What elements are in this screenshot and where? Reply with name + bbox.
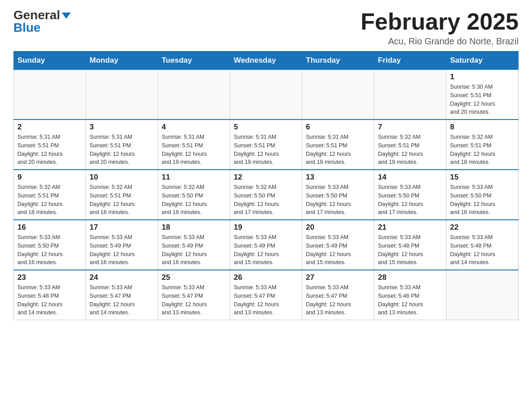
calendar-cell: 27Sunrise: 5:33 AM Sunset: 5:47 PM Dayli… bbox=[302, 270, 374, 320]
calendar-cell: 21Sunrise: 5:33 AM Sunset: 5:48 PM Dayli… bbox=[374, 220, 446, 270]
day-info: Sunrise: 5:31 AM Sunset: 5:51 PM Dayligh… bbox=[162, 133, 226, 167]
day-info: Sunrise: 5:33 AM Sunset: 5:47 PM Dayligh… bbox=[162, 283, 226, 317]
week-row-5: 23Sunrise: 5:33 AM Sunset: 5:48 PM Dayli… bbox=[14, 270, 519, 320]
title-section: February 2025 Acu, Rio Grande do Norte, … bbox=[360, 9, 519, 47]
calendar-header-friday: Friday bbox=[374, 51, 446, 70]
day-number: 13 bbox=[306, 173, 370, 182]
day-number: 2 bbox=[17, 123, 82, 132]
day-info: Sunrise: 5:33 AM Sunset: 5:50 PM Dayligh… bbox=[450, 183, 515, 217]
day-info: Sunrise: 5:33 AM Sunset: 5:49 PM Dayligh… bbox=[162, 233, 226, 267]
calendar-cell: 25Sunrise: 5:33 AM Sunset: 5:47 PM Dayli… bbox=[158, 270, 230, 320]
day-number: 28 bbox=[378, 273, 442, 282]
calendar-cell: 10Sunrise: 5:32 AM Sunset: 5:51 PM Dayli… bbox=[86, 170, 158, 220]
calendar-cell: 9Sunrise: 5:32 AM Sunset: 5:51 PM Daylig… bbox=[14, 170, 86, 220]
day-number: 3 bbox=[90, 123, 154, 132]
calendar-cell: 4Sunrise: 5:31 AM Sunset: 5:51 PM Daylig… bbox=[158, 120, 230, 170]
calendar-cell: 19Sunrise: 5:33 AM Sunset: 5:49 PM Dayli… bbox=[230, 220, 302, 270]
calendar-cell: 6Sunrise: 5:31 AM Sunset: 5:51 PM Daylig… bbox=[302, 120, 374, 170]
calendar-cell bbox=[446, 270, 519, 320]
day-number: 10 bbox=[90, 173, 154, 182]
day-info: Sunrise: 5:33 AM Sunset: 5:47 PM Dayligh… bbox=[234, 283, 298, 317]
day-number: 17 bbox=[90, 223, 154, 232]
calendar-cell: 26Sunrise: 5:33 AM Sunset: 5:47 PM Dayli… bbox=[230, 270, 302, 320]
day-info: Sunrise: 5:32 AM Sunset: 5:51 PM Dayligh… bbox=[17, 183, 82, 217]
day-info: Sunrise: 5:33 AM Sunset: 5:47 PM Dayligh… bbox=[306, 283, 370, 317]
logo-triangle-icon bbox=[62, 13, 71, 19]
day-info: Sunrise: 5:31 AM Sunset: 5:51 PM Dayligh… bbox=[17, 133, 82, 167]
day-number: 26 bbox=[234, 273, 298, 282]
day-number: 25 bbox=[162, 273, 226, 282]
day-info: Sunrise: 5:33 AM Sunset: 5:49 PM Dayligh… bbox=[234, 233, 298, 267]
day-info: Sunrise: 5:31 AM Sunset: 5:51 PM Dayligh… bbox=[90, 133, 154, 167]
day-info: Sunrise: 5:33 AM Sunset: 5:48 PM Dayligh… bbox=[17, 283, 82, 317]
calendar-table: SundayMondayTuesdayWednesdayThursdayFrid… bbox=[13, 51, 519, 320]
day-info: Sunrise: 5:33 AM Sunset: 5:47 PM Dayligh… bbox=[90, 283, 154, 317]
calendar-header-thursday: Thursday bbox=[302, 51, 374, 70]
day-info: Sunrise: 5:33 AM Sunset: 5:50 PM Dayligh… bbox=[378, 183, 442, 217]
day-info: Sunrise: 5:33 AM Sunset: 5:48 PM Dayligh… bbox=[450, 233, 515, 267]
calendar-cell bbox=[230, 70, 302, 120]
day-info: Sunrise: 5:32 AM Sunset: 5:50 PM Dayligh… bbox=[234, 183, 298, 217]
calendar-cell: 2Sunrise: 5:31 AM Sunset: 5:51 PM Daylig… bbox=[14, 120, 86, 170]
day-info: Sunrise: 5:33 AM Sunset: 5:50 PM Dayligh… bbox=[306, 183, 370, 217]
day-number: 4 bbox=[162, 123, 226, 132]
day-info: Sunrise: 5:31 AM Sunset: 5:51 PM Dayligh… bbox=[306, 133, 370, 167]
calendar-cell: 28Sunrise: 5:33 AM Sunset: 5:46 PM Dayli… bbox=[374, 270, 446, 320]
calendar-header-wednesday: Wednesday bbox=[230, 51, 302, 70]
calendar-cell: 8Sunrise: 5:32 AM Sunset: 5:51 PM Daylig… bbox=[446, 120, 519, 170]
calendar-cell: 5Sunrise: 5:31 AM Sunset: 5:51 PM Daylig… bbox=[230, 120, 302, 170]
week-row-1: 1Sunrise: 5:30 AM Sunset: 5:51 PM Daylig… bbox=[14, 70, 519, 120]
day-info: Sunrise: 5:30 AM Sunset: 5:51 PM Dayligh… bbox=[450, 83, 515, 116]
day-number: 5 bbox=[234, 123, 298, 132]
day-info: Sunrise: 5:31 AM Sunset: 5:51 PM Dayligh… bbox=[234, 133, 298, 167]
calendar-cell: 1Sunrise: 5:30 AM Sunset: 5:51 PM Daylig… bbox=[446, 70, 519, 120]
week-row-4: 16Sunrise: 5:33 AM Sunset: 5:50 PM Dayli… bbox=[14, 220, 519, 270]
calendar-cell: 24Sunrise: 5:33 AM Sunset: 5:47 PM Dayli… bbox=[86, 270, 158, 320]
day-number: 11 bbox=[162, 173, 226, 182]
day-info: Sunrise: 5:32 AM Sunset: 5:50 PM Dayligh… bbox=[162, 183, 226, 217]
day-info: Sunrise: 5:32 AM Sunset: 5:51 PM Dayligh… bbox=[90, 183, 154, 217]
day-number: 24 bbox=[90, 273, 154, 282]
day-number: 14 bbox=[378, 173, 442, 182]
calendar-cell: 7Sunrise: 5:32 AM Sunset: 5:51 PM Daylig… bbox=[374, 120, 446, 170]
day-number: 21 bbox=[378, 223, 442, 232]
calendar-header-sunday: Sunday bbox=[14, 51, 86, 70]
calendar-cell: 22Sunrise: 5:33 AM Sunset: 5:48 PM Dayli… bbox=[446, 220, 519, 270]
calendar-cell: 18Sunrise: 5:33 AM Sunset: 5:49 PM Dayli… bbox=[158, 220, 230, 270]
day-info: Sunrise: 5:33 AM Sunset: 5:49 PM Dayligh… bbox=[90, 233, 154, 267]
calendar-cell: 16Sunrise: 5:33 AM Sunset: 5:50 PM Dayli… bbox=[14, 220, 86, 270]
month-title: February 2025 bbox=[360, 9, 519, 34]
calendar-cell: 11Sunrise: 5:32 AM Sunset: 5:50 PM Dayli… bbox=[158, 170, 230, 220]
logo-general-row: General bbox=[13, 9, 71, 21]
day-info: Sunrise: 5:32 AM Sunset: 5:51 PM Dayligh… bbox=[450, 133, 515, 167]
calendar-header-tuesday: Tuesday bbox=[158, 51, 230, 70]
day-number: 27 bbox=[306, 273, 370, 282]
week-row-2: 2Sunrise: 5:31 AM Sunset: 5:51 PM Daylig… bbox=[14, 120, 519, 170]
calendar-header-saturday: Saturday bbox=[446, 51, 519, 70]
calendar-cell: 20Sunrise: 5:33 AM Sunset: 5:49 PM Dayli… bbox=[302, 220, 374, 270]
day-number: 16 bbox=[17, 223, 82, 232]
calendar-cell: 13Sunrise: 5:33 AM Sunset: 5:50 PM Dayli… bbox=[302, 170, 374, 220]
day-info: Sunrise: 5:33 AM Sunset: 5:49 PM Dayligh… bbox=[306, 233, 370, 267]
day-info: Sunrise: 5:33 AM Sunset: 5:50 PM Dayligh… bbox=[17, 233, 82, 267]
calendar-cell bbox=[14, 70, 86, 120]
day-number: 7 bbox=[378, 123, 442, 132]
day-number: 12 bbox=[234, 173, 298, 182]
calendar-cell bbox=[86, 70, 158, 120]
day-number: 1 bbox=[450, 73, 515, 81]
day-number: 15 bbox=[450, 173, 515, 182]
day-number: 22 bbox=[450, 223, 515, 232]
calendar-cell: 12Sunrise: 5:32 AM Sunset: 5:50 PM Dayli… bbox=[230, 170, 302, 220]
calendar-cell bbox=[374, 70, 446, 120]
calendar-cell: 14Sunrise: 5:33 AM Sunset: 5:50 PM Dayli… bbox=[374, 170, 446, 220]
logo-blue-text: Blue bbox=[13, 21, 41, 34]
calendar-header-monday: Monday bbox=[86, 51, 158, 70]
calendar-cell bbox=[302, 70, 374, 120]
calendar-cell: 15Sunrise: 5:33 AM Sunset: 5:50 PM Dayli… bbox=[446, 170, 519, 220]
day-info: Sunrise: 5:32 AM Sunset: 5:51 PM Dayligh… bbox=[378, 133, 442, 167]
calendar-cell: 17Sunrise: 5:33 AM Sunset: 5:49 PM Dayli… bbox=[86, 220, 158, 270]
logo-general-text: General bbox=[13, 8, 60, 22]
calendar-cell: 23Sunrise: 5:33 AM Sunset: 5:48 PM Dayli… bbox=[14, 270, 86, 320]
calendar-header-row: SundayMondayTuesdayWednesdayThursdayFrid… bbox=[14, 51, 519, 70]
day-number: 23 bbox=[17, 273, 82, 282]
